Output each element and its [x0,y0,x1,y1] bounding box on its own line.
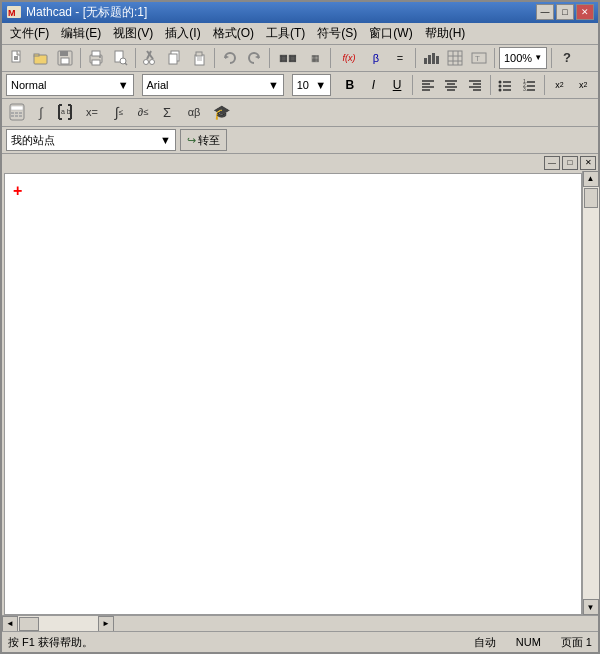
graph-button[interactable]: ∫ [30,101,52,123]
svg-point-13 [99,56,101,58]
style-dropdown-arrow: ▼ [118,79,129,91]
chart-button[interactable] [420,47,442,69]
new-button[interactable] [6,47,28,69]
svg-text:M: M [8,8,16,18]
copy-button[interactable] [164,47,186,69]
inner-close-button[interactable]: ✕ [580,156,596,170]
font-value: Arial [147,79,169,91]
svg-line-16 [125,63,127,65]
underline-button[interactable]: U [386,74,408,96]
beta-button[interactable]: β [365,47,387,69]
solve-button[interactable]: x= [78,101,106,123]
scroll-up-button[interactable]: ▲ [583,171,599,187]
maximize-button[interactable]: □ [556,4,574,20]
undo-button[interactable] [219,47,241,69]
insert-cursor: + [13,182,22,200]
svg-rect-71 [19,115,22,117]
separator10 [490,75,491,95]
menu-format[interactable]: 格式(O) [207,23,260,44]
address-dropdown-arrow: ▼ [160,134,171,146]
scroll-thumb[interactable] [584,188,598,208]
menu-insert[interactable]: 插入(I) [159,23,206,44]
menu-symbol[interactable]: 符号(S) [311,23,363,44]
svg-rect-67 [15,112,18,114]
inner-maximize-button[interactable]: □ [562,156,578,170]
superscript-button[interactable]: x2 [549,74,571,96]
equals-button[interactable]: = [389,47,411,69]
menu-tools[interactable]: 工具(T) [260,23,311,44]
resource-center-button[interactable]: ▦▦ [274,47,302,69]
scroll-down-button[interactable]: ▼ [583,599,599,615]
help-button[interactable]: ? [556,47,578,69]
zoom-dropdown-arrow: ▼ [534,53,542,62]
summation-button[interactable]: Σ [156,101,178,123]
inner-minimize-button[interactable]: — [544,156,560,170]
num-list-button[interactable]: 1.2.3. [518,74,540,96]
status-bar: 按 F1 获得帮助。 自动 NUM 页面 1 [2,631,598,652]
svg-rect-70 [15,115,18,117]
menu-view[interactable]: 视图(V) [107,23,159,44]
separator8 [551,48,552,68]
conditional-button[interactable]: ∂≤ [132,101,154,123]
minimize-button[interactable]: — [536,4,554,20]
menu-help[interactable]: 帮助(H) [419,23,472,44]
close-button[interactable]: ✕ [576,4,594,20]
size-dropdown[interactable]: 10 ▼ [292,74,331,96]
svg-rect-9 [61,58,69,64]
goto-button[interactable]: ↪ 转至 [180,129,227,151]
svg-point-20 [150,59,155,64]
open-button[interactable] [30,47,52,69]
right-scrollbar: ▲ ▼ [582,171,598,615]
menu-file[interactable]: 文件(F) [4,23,55,44]
calculator-button[interactable] [6,101,28,123]
menu-edit[interactable]: 编辑(E) [55,23,107,44]
bold-button[interactable]: B [339,74,361,96]
toolbar1: ▦▦ ▦ f(x) β = T 100% ▼ ? [2,45,598,72]
math-button[interactable]: ▦ [304,47,326,69]
address-value: 我的站点 [11,133,55,148]
address-input[interactable]: 我的站点 ▼ [6,129,176,151]
svg-rect-22 [169,54,177,64]
matrix-button[interactable]: a b [54,101,76,123]
h-scroll-track[interactable] [18,616,98,632]
print-button[interactable] [85,47,107,69]
greek-button[interactable]: αβ [180,101,208,123]
align-left-button[interactable] [417,74,439,96]
redo-button[interactable] [243,47,265,69]
h-scroll-thumb[interactable] [19,617,39,631]
bullet-list-button[interactable] [495,74,517,96]
table-button[interactable] [444,47,466,69]
align-right-button[interactable] [464,74,486,96]
status-numlock: NUM [516,636,541,648]
address-bar: 我的站点 ▼ ↪ 转至 [2,127,598,154]
scroll-left-button[interactable]: ◄ [2,616,18,632]
cut-button[interactable] [140,47,162,69]
fx-button[interactable]: f(x) [335,47,363,69]
print-preview-button[interactable] [109,47,131,69]
paste-button[interactable] [188,47,210,69]
integral-button[interactable]: ∫≤ [108,101,130,123]
font-dropdown[interactable]: Arial ▼ [142,74,284,96]
svg-rect-33 [448,51,462,65]
scroll-track[interactable] [583,187,599,599]
title-controls: — □ ✕ [536,4,594,20]
status-right: 自动 NUM 页面 1 [474,635,592,650]
menu-window[interactable]: 窗口(W) [363,23,418,44]
separator5 [330,48,331,68]
textbox-button[interactable]: T [468,47,490,69]
separator7 [494,48,495,68]
zoom-dropdown[interactable]: 100% ▼ [499,47,547,69]
style-dropdown[interactable]: Normal ▼ [6,74,134,96]
toolbar3: ∫ a b x= ∫≤ ∂≤ Σ αβ 🎓 [2,99,598,127]
save-button[interactable] [54,47,76,69]
separator6 [415,48,416,68]
italic-button[interactable]: I [363,74,385,96]
align-center-button[interactable] [440,74,462,96]
content-area[interactable]: + [4,173,582,615]
separator4 [269,48,270,68]
subscript-button[interactable]: x2 [572,74,594,96]
size-value: 10 [297,79,309,91]
separator3 [214,48,215,68]
help-resource-button[interactable]: 🎓 [210,101,232,123]
scroll-right-button[interactable]: ► [98,616,114,632]
